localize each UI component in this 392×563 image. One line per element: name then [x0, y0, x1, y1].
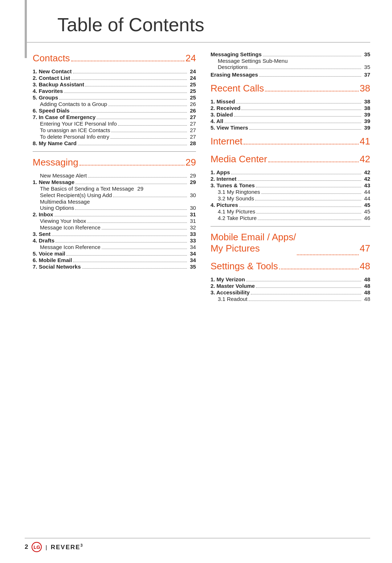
heading-contacts-page: 24: [185, 53, 196, 64]
toc-entry-inbox: 2. Inbox 31: [33, 211, 196, 217]
section-media-center: Media Center 42 1. Apps 42 2. Internet 4…: [211, 152, 370, 221]
toc-entry-dialed: 3. Dialed 39: [211, 111, 370, 118]
toc-entry-msg-settings-submenu: Message Settings Sub-Menu Descriptions 3…: [211, 58, 370, 70]
toc-entry-adding-contacts: Adding Contacts to a Group 26: [33, 101, 196, 107]
toc-entry-missed: 1. Missed 38: [211, 98, 370, 105]
toc-entry-my-sounds: 3.2 My Sounds 44: [211, 195, 370, 201]
toc-entry-ice-personal-info: Entering Your ICE Personal Info 27: [33, 121, 196, 127]
toc-entry-multimedia: Multimedia Message Using Options 30: [33, 199, 196, 211]
section-messaging: Messaging 29 New Message Alert 29 1. New…: [33, 155, 196, 270]
toc-entry-viewing-inbox: Viewing Your Inbox 31: [33, 218, 196, 224]
toc-entry-favorites: 4. Favorites 25: [33, 88, 196, 94]
footer-page-number: 2: [25, 543, 28, 551]
section-internet: Internet 41: [211, 134, 370, 150]
toc-entry-tunes-tones: 3. Tunes & Tones 43: [211, 182, 370, 188]
toc-entry-new-contact: 1. New Contact 24: [33, 68, 196, 74]
toc-entry-view-timers: 5. View Timers 39: [211, 125, 370, 131]
toc-entry-unassign-ice: To unassign an ICE Contacts 27: [33, 127, 196, 133]
toc-entry-sent: 3. Sent 33: [33, 231, 196, 237]
toc-entry-my-name-card: 8. My Name Card 28: [33, 140, 196, 146]
toc-entry-my-pictures: 4.1 My Pictures 45: [211, 208, 370, 215]
toc-entry-readout: 3.1 Readout 48: [211, 296, 370, 302]
toc-entry-message-icon-ref-2: Message Icon Reference 34: [33, 244, 196, 250]
heading-media-center: Media Center: [211, 154, 267, 165]
toc-entry-internet: 2. Internet 42: [211, 176, 370, 182]
toc-entry-received: 2. Received 38: [211, 105, 370, 111]
toc-entry-take-picture: 4.2 Take Picture 46: [211, 215, 370, 221]
heading-settings-tools: Settings & Tools: [211, 261, 278, 272]
toc-entry-apps: 1. Apps 42: [211, 169, 370, 175]
toc-entry-messaging-settings: Messaging Settings 35: [211, 51, 370, 57]
divider-media-mobile: [211, 226, 370, 227]
left-accent-bar: [25, 0, 27, 58]
toc-entry-mobile-email: 6. Mobile Email 34: [33, 257, 196, 263]
heading-messaging-page: 29: [185, 157, 196, 168]
heading-media-center-page: 42: [360, 154, 370, 165]
toc-entry-new-message-alert: New Message Alert 29: [33, 172, 196, 179]
toc-entry-new-message: 1. New Message 29: [33, 179, 196, 185]
section-contacts: Contacts 24 1. New Contact 24 2. Contact…: [33, 51, 196, 146]
toc-entry-drafts: 4. Drafts 33: [33, 237, 196, 244]
left-column: Contacts 24 1. New Contact 24 2. Contact…: [33, 51, 207, 302]
toc-entry-delete-personal-info: To delete Personal Info entry 27: [33, 134, 196, 140]
toc-entry-master-volume: 2. Master Volume 48: [211, 283, 370, 289]
title-area: Table of Contents: [25, 0, 370, 42]
toc-entry-erasing-messages: Erasing Messages 37: [211, 72, 370, 78]
toc-entry-accessibility: 3. Accessibility 48: [211, 289, 370, 295]
footer-logo: LG | REVERE3: [32, 542, 83, 552]
content-area: Contacts 24 1. New Contact 24 2. Contact…: [0, 51, 392, 302]
toc-entry-message-icon-ref-1: Message Icon Reference 32: [33, 224, 196, 230]
toc-entry-my-ringtones: 3.1 My Ringtones 44: [211, 189, 370, 195]
divider-contacts-messaging: [33, 151, 196, 152]
heading-recent-calls-page: 38: [360, 83, 370, 94]
toc-entry-ice: 7. In Case of Emergency 27: [33, 114, 196, 120]
toc-entry-basics-text: The Basics of Sending a Text Message 29: [33, 185, 196, 192]
right-column: Messaging Settings 35 Message Settings S…: [207, 51, 370, 302]
footer: 2 LG | REVERE3: [25, 538, 370, 552]
toc-entry-backup-assistant: 3. Backup Assistant 25: [33, 81, 196, 87]
section-mobile-email-apps: Mobile Email / Apps/My Pictures 47: [211, 230, 370, 257]
toc-entry-contact-list: 2. Contact List 24: [33, 75, 196, 81]
toc-entry-speed-dials: 6. Speed Dials 26: [33, 107, 196, 114]
section-messaging-settings: Messaging Settings 35 Message Settings S…: [211, 51, 370, 78]
heading-messaging: Messaging: [33, 157, 78, 168]
toc-entry-voicemail: 5. Voice mail 34: [33, 250, 196, 257]
heading-internet: Internet: [211, 136, 242, 147]
section-settings-tools: Settings & Tools 48 1. My Verizon 48 2. …: [211, 259, 370, 302]
toc-entry-pictures: 4. Pictures 45: [211, 202, 370, 208]
toc-entry-select-recipient: Select Recipient(s) Using Add 30: [33, 192, 196, 198]
heading-settings-tools-page: 48: [360, 261, 370, 272]
toc-entry-all: 4. All 39: [211, 118, 370, 124]
page: Table of Contents Contacts 24 1. New Con…: [0, 0, 392, 563]
toc-entry-social-networks: 7. Social Networks 35: [33, 264, 196, 270]
product-version: 3: [81, 543, 83, 547]
section-recent-calls: Recent Calls 38 1. Missed 38 2. Received…: [211, 81, 370, 131]
heading-contacts: Contacts: [33, 53, 70, 64]
page-title: Table of Contents: [57, 14, 370, 36]
heading-mobile-email-apps-page: 47: [360, 243, 370, 254]
heading-internet-page: 41: [360, 136, 370, 147]
heading-mobile-email-apps: Mobile Email / Apps/My Pictures: [211, 232, 296, 254]
lg-logo-icon: LG: [32, 542, 42, 552]
product-name: REVERE3: [51, 543, 83, 551]
toc-entry-my-verizon: 1. My Verizon 48: [211, 276, 370, 282]
heading-recent-calls: Recent Calls: [211, 83, 264, 94]
toc-entry-groups: 5. Groups 25: [33, 94, 196, 101]
